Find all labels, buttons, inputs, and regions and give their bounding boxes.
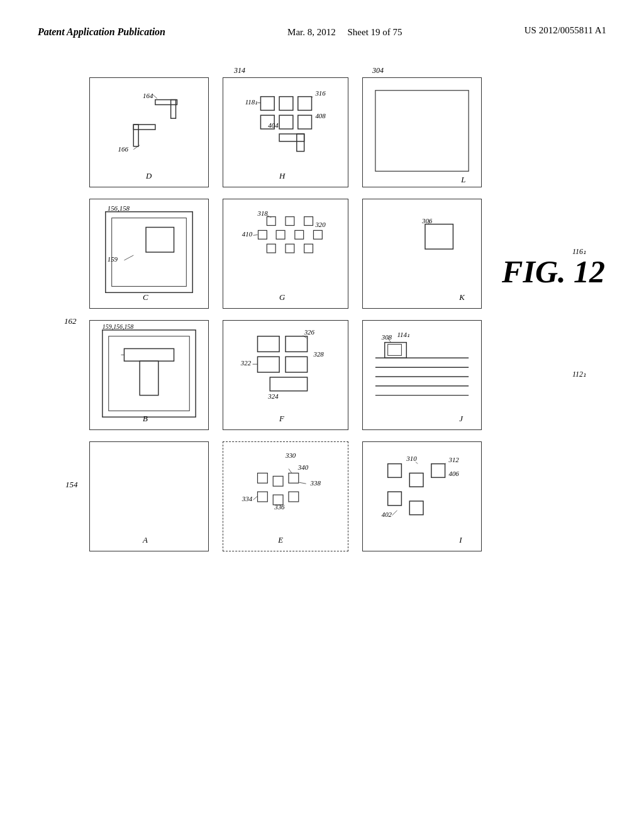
svg-text:G: G xyxy=(279,293,285,302)
svg-text:118₁: 118₁ xyxy=(245,97,257,105)
svg-rect-0 xyxy=(155,99,177,104)
svg-rect-62 xyxy=(258,357,280,372)
cell-F: 326 328 322 324 F xyxy=(223,320,348,430)
svg-text:326: 326 xyxy=(304,328,315,335)
svg-text:334: 334 xyxy=(242,494,253,502)
svg-text:I: I xyxy=(458,536,462,545)
svg-rect-10 xyxy=(279,96,293,110)
cell-L: L xyxy=(362,77,482,187)
svg-rect-56 xyxy=(140,361,158,395)
cell-K: 306 K xyxy=(362,199,482,309)
svg-rect-54 xyxy=(109,336,190,411)
svg-text:338: 338 xyxy=(310,479,321,487)
svg-rect-61 xyxy=(286,336,308,351)
svg-line-108 xyxy=(416,462,418,463)
svg-rect-42 xyxy=(304,244,313,253)
svg-rect-102 xyxy=(388,492,402,506)
svg-text:159: 159 xyxy=(108,255,118,262)
svg-rect-87 xyxy=(258,492,268,502)
svg-rect-99 xyxy=(388,463,402,477)
svg-text:A: A xyxy=(142,536,148,545)
label-162: 162 xyxy=(64,316,77,326)
svg-text:340: 340 xyxy=(297,463,309,471)
svg-text:K: K xyxy=(458,293,465,302)
svg-rect-78 xyxy=(388,344,402,355)
svg-text:B: B xyxy=(143,414,148,423)
svg-rect-2 xyxy=(133,124,155,130)
svg-line-96 xyxy=(299,482,306,484)
svg-text:402: 402 xyxy=(382,510,392,517)
cell-D: 164 166 D xyxy=(89,77,209,187)
patent-number: US 2012/0055811 A1 xyxy=(525,25,606,36)
svg-rect-38 xyxy=(295,230,304,239)
svg-text:406: 406 xyxy=(449,470,460,477)
header-center: Mar. 8, 2012 Sheet 19 of 75 xyxy=(287,25,402,40)
svg-rect-60 xyxy=(258,336,280,351)
cell-E: 330 340 338 334 336 E xyxy=(223,441,348,551)
svg-text:404: 404 xyxy=(268,121,279,129)
svg-rect-53 xyxy=(103,329,196,416)
svg-text:159,156,158: 159,156,158 xyxy=(103,323,133,329)
svg-rect-15 xyxy=(279,133,304,141)
svg-rect-41 xyxy=(286,244,294,253)
svg-text:408: 408 xyxy=(315,112,326,119)
svg-rect-28 xyxy=(146,227,174,252)
cell-I: 310 312 406 402 I xyxy=(362,441,482,551)
svg-rect-1 xyxy=(171,99,176,118)
svg-line-31 xyxy=(124,255,133,260)
svg-rect-14 xyxy=(298,115,312,129)
svg-line-110 xyxy=(392,510,397,515)
svg-rect-86 xyxy=(289,473,299,483)
cell-A: A xyxy=(89,441,209,551)
svg-rect-35 xyxy=(304,216,313,225)
svg-line-46 xyxy=(253,235,258,235)
cell-H: 118₁ 316 408 404 H xyxy=(223,77,348,187)
svg-rect-100 xyxy=(409,473,423,487)
svg-text:H: H xyxy=(279,172,286,180)
svg-rect-34 xyxy=(286,216,294,225)
svg-rect-39 xyxy=(313,230,322,239)
svg-rect-49 xyxy=(425,224,453,249)
ref-304: 304 xyxy=(372,66,384,75)
page-header: Patent Application Publication Mar. 8, 2… xyxy=(0,0,644,40)
svg-rect-3 xyxy=(133,124,138,147)
svg-rect-24 xyxy=(375,90,469,171)
svg-rect-9 xyxy=(260,96,274,110)
svg-rect-37 xyxy=(276,230,285,239)
svg-rect-13 xyxy=(279,115,293,129)
svg-text:164: 164 xyxy=(143,91,153,99)
svg-text:330: 330 xyxy=(285,451,296,458)
svg-text:J: J xyxy=(459,414,464,423)
svg-rect-63 xyxy=(286,357,308,372)
ref-314: 314 xyxy=(234,66,245,75)
svg-rect-103 xyxy=(409,501,423,514)
cell-C: 156,158 159 C xyxy=(89,199,209,309)
svg-text:D: D xyxy=(145,172,152,180)
cell-B: 159,156,158 B xyxy=(89,320,209,430)
svg-line-7 xyxy=(133,145,140,149)
diagram-grid: 164 166 D xyxy=(89,77,592,551)
svg-text:156,158: 156,158 xyxy=(108,204,130,211)
label-154: 154 xyxy=(65,480,78,490)
publication-title: Patent Application Publication xyxy=(38,25,165,39)
svg-text:306: 306 xyxy=(421,216,433,224)
svg-rect-16 xyxy=(297,133,304,151)
svg-rect-84 xyxy=(258,473,268,483)
svg-line-95 xyxy=(289,468,292,473)
svg-rect-55 xyxy=(124,348,174,361)
svg-rect-40 xyxy=(267,244,275,253)
sheet-info: Sheet 19 of 75 xyxy=(348,27,402,37)
svg-text:320: 320 xyxy=(314,221,326,228)
svg-text:312: 312 xyxy=(448,455,460,463)
main-diagram: FIG. 12 162 154 314 304 116₁ 112₁ 332 xyxy=(52,77,592,551)
svg-text:166: 166 xyxy=(118,145,129,152)
svg-text:114₁: 114₁ xyxy=(397,330,409,338)
svg-rect-36 xyxy=(258,230,267,239)
svg-line-97 xyxy=(253,496,258,500)
svg-text:L: L xyxy=(460,175,465,184)
svg-text:316: 316 xyxy=(314,89,326,96)
svg-rect-64 xyxy=(270,377,307,390)
svg-text:E: E xyxy=(277,536,283,545)
svg-rect-11 xyxy=(298,96,312,110)
cell-J: 308 114₁ J xyxy=(362,320,482,430)
